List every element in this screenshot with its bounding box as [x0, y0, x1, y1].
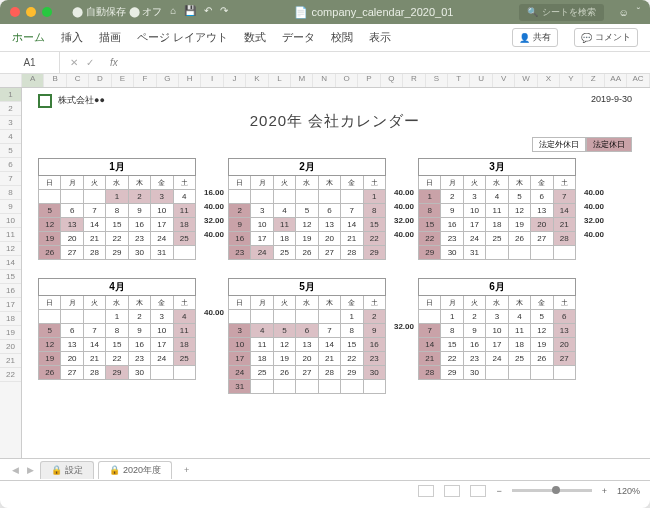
titlebar: ⬤ 自動保存 ⬤ オフ ⌂ 💾 ↶ ↷ 📄 company_calendar_2… [0, 0, 650, 24]
zoom-icon[interactable] [42, 7, 52, 17]
toolbar-icons: ⬤ 自動保存 ⬤ オフ ⌂ 💾 ↶ ↷ [72, 5, 228, 19]
month-name: 3月 [418, 158, 576, 176]
view-normal-icon[interactable] [418, 485, 434, 497]
add-sheet-button[interactable]: + [176, 465, 197, 475]
calendar-grid: 1月日月火水木金土123416.0056789101140.0012131415… [38, 158, 632, 394]
month-name: 1月 [38, 158, 196, 176]
zoom-in-icon[interactable]: + [602, 486, 607, 496]
window-controls [10, 7, 52, 17]
tab-draw[interactable]: 描画 [99, 30, 121, 45]
row-headers[interactable]: 123456789101112141516171819202122 [0, 88, 22, 458]
share-button[interactable]: 👤 共有 [512, 28, 558, 47]
legend: 法定外休日 法定休日 [38, 137, 632, 152]
view-layout-icon[interactable] [444, 485, 460, 497]
save-icon[interactable]: 💾 [184, 5, 196, 19]
formula-bar: A1 ✕ ✓ fx [0, 52, 650, 74]
zoom-level[interactable]: 120% [617, 486, 640, 496]
tab-home[interactable]: ホーム [12, 30, 45, 45]
zoom-slider[interactable] [512, 489, 592, 492]
column-headers[interactable]: ABCDEFGHIJKLMNOPQRSTUVWXYZAAAC [0, 74, 650, 88]
sheet-tab-2020[interactable]: 🔒 2020年度 [98, 461, 172, 479]
tab-view[interactable]: 表示 [369, 30, 391, 45]
sheet-tab-settings[interactable]: 🔒 設定 [40, 461, 94, 479]
tab-formula[interactable]: 数式 [244, 30, 266, 45]
user-icon[interactable]: ☺ [618, 7, 628, 18]
accept-icon[interactable]: ✓ [86, 57, 94, 68]
ribbon: ホーム 挿入 描画 ページ レイアウト 数式 データ 校閲 表示 👤 共有 💬 … [0, 24, 650, 52]
selected-cell[interactable] [38, 94, 52, 108]
close-icon[interactable] [10, 7, 20, 17]
tab-insert[interactable]: 挿入 [61, 30, 83, 45]
legend-light: 法定外休日 [532, 137, 586, 152]
chevron-icon[interactable]: ˇ [637, 7, 640, 18]
cancel-icon[interactable]: ✕ [70, 57, 78, 68]
home-icon[interactable]: ⌂ [170, 5, 176, 19]
tab-review[interactable]: 校閲 [331, 30, 353, 45]
tab-data[interactable]: データ [282, 30, 315, 45]
view-break-icon[interactable] [470, 485, 486, 497]
cell-reference[interactable]: A1 [0, 52, 60, 73]
month-name: 2月 [228, 158, 386, 176]
page-title: 2020年 会社カレンダー [38, 112, 632, 131]
sheet-tabs: ◀ ▶ 🔒 設定 🔒 2020年度 + [0, 458, 650, 480]
company-name: 株式会社●● [58, 94, 105, 107]
autosave-badge: ⬤ 自動保存 ⬤ オフ [72, 5, 162, 19]
tab-next-icon[interactable]: ▶ [25, 465, 36, 475]
search-input[interactable]: 🔍 シートを検索 [519, 4, 604, 21]
worksheet[interactable]: 株式会社●● 2019-9-30 2020年 会社カレンダー 法定外休日 法定休… [22, 88, 650, 458]
month-name: 5月 [228, 278, 386, 296]
legend-dark: 法定休日 [586, 137, 632, 152]
fx-label: fx [110, 57, 118, 68]
tab-layout[interactable]: ページ レイアウト [137, 30, 228, 45]
month-name: 4月 [38, 278, 196, 296]
month-name: 6月 [418, 278, 576, 296]
tab-prev-icon[interactable]: ◀ [10, 465, 21, 475]
document-title: 📄 company_calendar_2020_01 [228, 6, 519, 19]
status-bar: − + 120% [0, 480, 650, 500]
redo-icon[interactable]: ↷ [220, 5, 228, 19]
minimize-icon[interactable] [26, 7, 36, 17]
undo-icon[interactable]: ↶ [204, 5, 212, 19]
as-of-date: 2019-9-30 [591, 94, 632, 104]
comment-button[interactable]: 💬 コメント [574, 28, 638, 47]
zoom-out-icon[interactable]: − [496, 486, 501, 496]
